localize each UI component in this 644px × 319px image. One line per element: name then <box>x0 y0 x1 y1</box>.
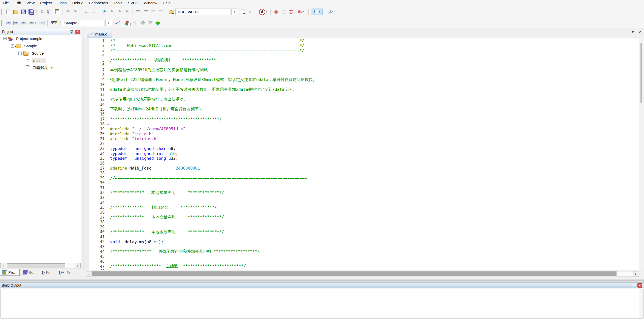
menu-item-view[interactable]: View <box>24 0 37 6</box>
code-line[interactable]: 25typedef unsigned long u32; <box>89 156 639 161</box>
code-line[interactable]: 3/*-------------------------------------… <box>89 48 639 53</box>
scroll-thumb[interactable] <box>92 271 617 276</box>
code-line[interactable]: 14 <box>89 102 639 107</box>
scroll-right-arrow[interactable]: ► <box>633 271 639 276</box>
paste-button[interactable] <box>54 9 60 15</box>
scroll-thumb[interactable] <box>640 43 642 103</box>
download-button[interactable]: LOAD <box>50 20 58 26</box>
code-line[interactable]: 45 <box>89 254 639 259</box>
bookmark-next-button[interactable]: ⚑ <box>116 9 123 15</box>
code-line[interactable]: 4 <box>89 53 639 58</box>
fold-marker[interactable] <box>105 112 110 117</box>
manage-run-time-environment-button[interactable] <box>154 20 161 26</box>
navigate-forward-button[interactable]: → <box>90 9 97 15</box>
code-line[interactable]: 11edata建议保留1K给堆栈使用，空间不够时可将大数组、不常用变量加xdat… <box>89 87 639 92</box>
fold-marker[interactable] <box>105 122 110 127</box>
code-line[interactable]: 21#include "intrins.h" <box>89 136 639 141</box>
save-button[interactable] <box>20 9 27 15</box>
bookmark-previous-button[interactable]: ⚑ <box>109 9 115 15</box>
new-file-button[interactable] <box>5 9 12 15</box>
menu-item-project[interactable]: Project <box>37 0 55 6</box>
open-file-button[interactable] <box>13 9 19 15</box>
tree-item-project-sample[interactable]: Project: sample <box>0 35 81 42</box>
find-in-files-button[interactable] <box>168 9 175 15</box>
fold-marker[interactable] <box>105 107 110 112</box>
code-line[interactable]: 36 <box>89 210 639 215</box>
code-line[interactable]: 46 <box>89 259 639 264</box>
code-line[interactable]: 10 <box>89 83 639 88</box>
uncomment-button[interactable] <box>157 9 164 15</box>
code-line[interactable]: 29//====================================… <box>89 176 639 181</box>
menu-item-peripherals[interactable]: Peripherals <box>86 0 111 6</box>
fold-marker[interactable] <box>105 83 110 88</box>
enable-disable-breakpoint-button[interactable] <box>280 9 287 15</box>
code-line[interactable]: 23typedef unsigned char u8; <box>89 146 639 151</box>
translate-button[interactable] <box>5 20 12 26</box>
tab-main-c[interactable]: main.c <box>87 30 112 38</box>
navigate-back-button[interactable]: ← <box>83 9 89 15</box>
find-button[interactable] <box>240 9 246 15</box>
save-all-button[interactable] <box>28 9 34 15</box>
code-line[interactable]: 12 <box>89 92 639 97</box>
scroll-left-arrow[interactable]: ◄ <box>1 263 6 268</box>
code-line[interactable]: 22 <box>89 141 639 146</box>
code-line[interactable]: 47/******************** 主函数 ************… <box>89 264 639 269</box>
fold-marker[interactable] <box>105 117 110 122</box>
code-line[interactable]: 8 <box>89 73 639 78</box>
code-line[interactable]: 37/************* 本地变量声明 **************/ <box>89 215 639 220</box>
toolbar-grip[interactable] <box>1 9 3 15</box>
pin-icon[interactable] <box>632 284 635 287</box>
panel-tab-fu[interactable]: {}Fu... <box>40 269 56 275</box>
editor-vertical-scrollbar[interactable] <box>639 38 644 270</box>
comment-button[interactable] <box>150 9 156 15</box>
fold-marker[interactable] <box>105 73 110 78</box>
code-line[interactable]: 35/************* IO口定义 **************/ <box>89 205 639 210</box>
code-line[interactable]: 39 <box>89 225 639 230</box>
fold-marker[interactable] <box>105 77 110 83</box>
code-line[interactable]: 2/* --- Web: www.STCAI.com -------------… <box>89 43 639 48</box>
code-line[interactable]: 24typedef unsigned int u16; <box>89 151 639 156</box>
panel-tab-bo[interactable]: Bo... <box>21 269 39 275</box>
clear-bookmarks-button[interactable]: ⚑ <box>124 9 131 15</box>
fold-marker[interactable] <box>105 92 110 97</box>
tree-item-main-c[interactable]: main.c <box>0 57 81 64</box>
options-for-target-button[interactable] <box>113 20 120 26</box>
close-project-panel-button[interactable]: × <box>75 30 80 34</box>
code-line[interactable]: 16 <box>89 112 639 117</box>
scroll-right-arrow[interactable]: ► <box>75 263 81 268</box>
code-line[interactable]: 1/*-------------------------------------… <box>89 38 639 43</box>
menu-item-window[interactable]: Window <box>141 0 160 6</box>
insert-breakpoint-button[interactable] <box>273 9 279 15</box>
panel-tab-te[interactable]: {}Te... <box>57 269 76 275</box>
build-output-scrollbar[interactable] <box>639 289 643 318</box>
fold-marker[interactable] <box>105 63 110 68</box>
code-line[interactable]: 15下载时, 选择时钟 24MHZ (用户可自行修改频率). <box>89 107 639 112</box>
toolbar-grip[interactable] <box>1 20 3 26</box>
code-line[interactable]: 34 <box>89 200 639 205</box>
selection-margin[interactable] <box>83 38 89 270</box>
rebuild-all-button[interactable] <box>20 20 27 26</box>
code-line[interactable]: 41 <box>89 234 639 240</box>
project-horizontal-scrollbar[interactable]: ◄ ► <box>1 263 81 268</box>
copy-button[interactable] <box>46 9 53 15</box>
code-line[interactable]: 19#include "../../comm/AI8051U.h" <box>89 127 639 132</box>
fold-marker[interactable] <box>105 102 110 107</box>
find-combo[interactable]: HSE_VALUE <box>175 9 231 15</box>
menu-item-edit[interactable]: Edit <box>12 0 24 6</box>
code-line[interactable]: 38 <box>89 220 639 225</box>
find-combo-dropdown[interactable]: ▼ <box>231 9 238 15</box>
code-line[interactable]: 40/************* 本地函数声明 **************/ <box>89 230 639 235</box>
menu-item-debug[interactable]: Debug <box>70 0 86 6</box>
pin-icon[interactable] <box>70 30 73 33</box>
code-line[interactable]: 42void delay_ms(u8 ms); <box>89 240 639 245</box>
configure-button[interactable] <box>327 9 334 15</box>
code-line[interactable]: 28 <box>89 171 639 176</box>
fold-marker[interactable] <box>105 58 110 63</box>
tree-expander-icon[interactable] <box>11 44 14 48</box>
outdent-button[interactable] <box>135 9 141 15</box>
code-line[interactable]: 9使用Keil C251编译器，Memory Model推荐设置XSmall模式… <box>89 77 639 83</box>
panel-tab-pro[interactable]: Pro... <box>0 269 20 276</box>
code-line[interactable]: 26 <box>89 161 639 166</box>
project-windows-button[interactable]: ▼ <box>311 9 323 15</box>
code-line[interactable]: 48void main(void) <box>89 269 639 270</box>
